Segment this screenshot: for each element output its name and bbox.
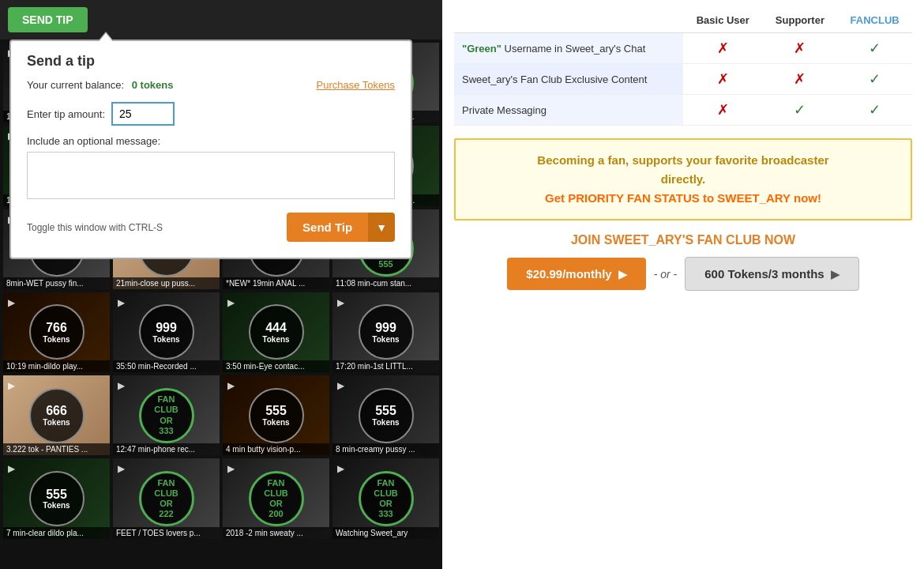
promo-line3: Get PRIORITY FAN STATUS to SWEET_ARY now… [545, 191, 821, 205]
token-badge: 999Tokens [139, 304, 194, 360]
optional-msg-textarea[interactable] [27, 152, 395, 199]
token-badge: FANCLUBOR200 [249, 471, 304, 526]
fc-basic-0: ✗ [683, 33, 763, 64]
tip-amount-label: Enter tip amount: [27, 108, 105, 120]
token-badge: 444Tokens [249, 304, 304, 360]
token-badge: FANCLUBOR333 [359, 471, 414, 526]
join-label: JOIN SWEET_ARY'S FAN CLUB NOW [454, 233, 912, 247]
video-label: 17:20 min-1st LITTL... [332, 360, 439, 372]
token-badge: FANCLUBOR222 [139, 471, 194, 526]
video-card[interactable]: ▶FANCLUBOR333Watching Sweet_ary [332, 458, 439, 538]
fanclub-comparison-table: Basic User Supporter FANCLUB "Green" Use… [454, 8, 912, 126]
fc-basic-2: ✗ [683, 95, 763, 126]
play-icon: ▶ [337, 380, 344, 391]
balance-label: Your current balance: [27, 79, 124, 91]
video-card[interactable]: ▶444Tokens3:50 min-Eye contac... [223, 292, 329, 372]
fc-feature-2: Private Messaging [454, 95, 683, 126]
video-label: 8 min-creamy pussy ... [332, 443, 439, 455]
video-card[interactable]: ▶FANCLUBOR2002018 -2 min sweaty ... [223, 458, 329, 538]
balance-amount: 0 tokens [132, 79, 174, 91]
video-label: 2018 -2 min sweaty ... [223, 527, 329, 539]
play-icon: ▶ [118, 297, 125, 308]
video-label: 7 min-clear dildo pla... [3, 527, 110, 539]
video-card[interactable]: ▶766Tokens10:19 min-dildo play... [3, 292, 110, 372]
play-icon: ▶ [227, 297, 235, 308]
video-card[interactable]: ▶555Tokens7 min-clear dildo pla... [3, 458, 110, 538]
video-card[interactable]: ▶999Tokens35:50 min-Recorded ... [113, 292, 220, 372]
join-monthly-button[interactable]: $20.99/monthly ▶ [507, 258, 645, 290]
video-card[interactable]: ▶FANCLUBOR222FEET / TOES lovers p... [113, 458, 220, 538]
video-label: 8min-WET pussy fin... [3, 277, 110, 289]
video-label: Watching Sweet_ary [332, 527, 439, 539]
join-buttons: $20.99/monthly ▶ - or - 600 Tokens/3 mon… [454, 257, 912, 291]
send-tip-button[interactable]: SEND TIP [8, 7, 88, 32]
video-label: 3:50 min-Eye contac... [223, 360, 329, 372]
col-fanclub: FANCLUB [837, 8, 912, 33]
play-icon: ▶ [118, 463, 125, 474]
token-badge: 555Tokens [359, 388, 414, 443]
video-label: 11:08 min-cum stan... [332, 277, 439, 289]
fc-fanclub-1: ✓ [837, 64, 912, 95]
send-tip-group: Send Tip ▼ [287, 213, 395, 242]
or-text: - or - [654, 268, 678, 281]
promo-line2: directly. [661, 172, 705, 186]
token-badge: 999Tokens [359, 304, 414, 360]
fc-feature-1: Sweet_ary's Fan Club Exclusive Content [454, 64, 683, 95]
token-badge: 555Tokens [249, 388, 304, 443]
col-basic: Basic User [683, 8, 763, 33]
send-tip-dropdown-button[interactable]: ▼ [368, 213, 395, 242]
token-badge: 555Tokens [29, 471, 85, 526]
play-icon: ▶ [337, 297, 344, 308]
play-icon: ▶ [227, 463, 235, 474]
video-label: 35:50 min-Recorded ... [113, 360, 220, 372]
video-card[interactable]: ▶555Tokens8 min-creamy pussy ... [332, 375, 439, 455]
fc-basic-1: ✗ [683, 64, 763, 95]
purchase-tokens-link[interactable]: Purchase Tokens [317, 79, 396, 91]
token-badge: 766Tokens [29, 304, 85, 360]
optional-msg-label: Include an optional message: [27, 135, 395, 147]
fc-fanclub-2: ✓ [837, 95, 912, 126]
video-card[interactable]: ▶555Tokens4 min butty vision-p... [223, 375, 329, 455]
tip-modal-title: Send a tip [27, 53, 395, 70]
play-icon: ▶ [337, 463, 344, 474]
video-label: 21min-close up puss... [113, 277, 220, 289]
token-badge: FANCLUBOR333 [139, 388, 194, 443]
video-label: *NEW* 19min ANAL ... [223, 277, 329, 289]
play-icon: ▶ [8, 463, 15, 474]
play-icon: ▶ [227, 380, 235, 391]
video-card[interactable]: ▶999Tokens17:20 min-1st LITTL... [332, 292, 439, 372]
tip-amount-input[interactable] [111, 102, 175, 126]
video-label: FEET / TOES lovers p... [113, 527, 220, 539]
fc-supporter-1: ✗ [763, 64, 838, 95]
play-icon: ▶ [118, 380, 125, 391]
video-card[interactable]: ▶666Tokens3.222 tok - PANTIES ... [3, 375, 110, 455]
video-label: 12:47 min-phone rec... [113, 443, 220, 455]
video-label: 4 min butty vision-p... [223, 443, 329, 455]
video-label: 10:19 min-dildo play... [3, 360, 110, 372]
send-tip-submit-button[interactable]: Send Tip [287, 213, 368, 242]
toggle-hint: Toggle this window with CTRL-S [27, 222, 163, 233]
right-panel: Basic User Supporter FANCLUB "Green" Use… [442, 0, 924, 569]
tip-modal: Send a tip Your current balance: 0 token… [9, 40, 412, 259]
token-badge: 666Tokens [29, 388, 85, 443]
promo-box: Becoming a fan, supports your favorite b… [454, 138, 912, 220]
fc-fanclub-0: ✓ [837, 33, 912, 64]
join-tokens-button[interactable]: 600 Tokens/3 months ▶ [685, 257, 858, 291]
col-supporter: Supporter [763, 8, 838, 33]
promo-line1: Becoming a fan, supports your favorite b… [537, 153, 828, 167]
video-label: 3.222 tok - PANTIES ... [3, 443, 110, 455]
fc-feature-0: "Green" Username in Sweet_ary's Chat [454, 33, 683, 64]
video-card[interactable]: ▶FANCLUBOR33312:47 min-phone rec... [113, 375, 220, 455]
play-icon: ▶ [8, 380, 15, 391]
fc-supporter-0: ✗ [763, 33, 838, 64]
fc-supporter-2: ✓ [763, 95, 838, 126]
play-icon: ▶ [8, 297, 15, 308]
